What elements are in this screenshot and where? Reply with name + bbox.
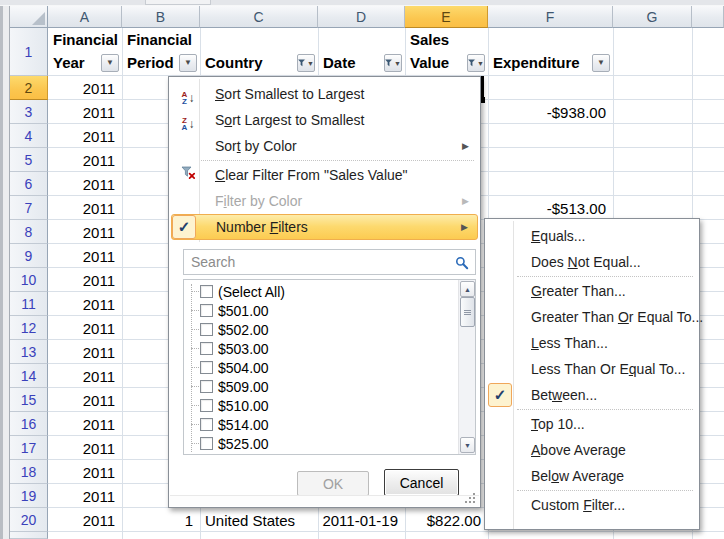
- menu-item-sort-by-color[interactable]: Sort by Color▶: [171, 133, 478, 159]
- row-header-13[interactable]: 13: [10, 340, 48, 364]
- cell-A3[interactable]: 2011: [48, 100, 122, 124]
- cell-C20[interactable]: United States: [200, 508, 318, 532]
- checkbox-select-all[interactable]: [200, 285, 213, 298]
- column-header-partial[interactable]: [692, 6, 724, 28]
- row-header-20[interactable]: 20: [10, 508, 48, 532]
- menu-item-top-10[interactable]: Top 10...: [487, 411, 697, 437]
- menu-item-number-filters[interactable]: Number Filters▶: [171, 214, 478, 240]
- menu-item-clear-filter-from-sales-value[interactable]: Clear Filter From "Sales Value": [171, 162, 478, 188]
- checkbox-525-00[interactable]: [200, 437, 213, 450]
- scroll-up-button[interactable]: ▲: [460, 281, 475, 297]
- cell-A12[interactable]: 2011: [48, 316, 122, 340]
- menu-item-equals[interactable]: Equals...: [487, 223, 697, 249]
- cell-D20[interactable]: 2011-01-19: [318, 508, 405, 532]
- row-header-4[interactable]: 4: [10, 124, 48, 148]
- checkbox-504-00[interactable]: [200, 361, 213, 374]
- filter-arrow-button-expenditure[interactable]: ▼: [592, 54, 610, 72]
- filter-value-item-501-00[interactable]: $501.00: [186, 301, 455, 320]
- menu-item-greater-than-or-equal-to[interactable]: Greater Than Or Equal To...: [487, 304, 697, 330]
- search-input[interactable]: [184, 250, 475, 274]
- menu-item-sort-largest-to-smallest[interactable]: ZA↓Sort Largest to Smallest: [171, 107, 478, 133]
- row-header-17[interactable]: 17: [10, 436, 48, 460]
- row-header-16[interactable]: 16: [10, 412, 48, 436]
- row-header-10[interactable]: 10: [10, 268, 48, 292]
- cell-A2[interactable]: 2011: [48, 76, 122, 100]
- column-header-C[interactable]: C: [200, 6, 318, 28]
- row-header-8[interactable]: 8: [10, 220, 48, 244]
- row-header-3[interactable]: 3: [10, 100, 48, 124]
- cell-A8[interactable]: 2011: [48, 220, 122, 244]
- list-scrollbar[interactable]: ▲ ▼: [458, 280, 475, 454]
- menu-item-less-than-or-equal-to[interactable]: Less Than Or Equal To...: [487, 356, 697, 382]
- row-header-6[interactable]: 6: [10, 172, 48, 196]
- cell-A20[interactable]: 2011: [48, 508, 122, 532]
- cell-A18[interactable]: 2011: [48, 460, 122, 484]
- filter-value-item-503-00[interactable]: $503.00: [186, 339, 455, 358]
- row-header-1[interactable]: 1: [10, 28, 48, 76]
- filter-value-item-514-00[interactable]: $514.00: [186, 415, 455, 434]
- cell-A15[interactable]: 2011: [48, 388, 122, 412]
- checkbox-514-00[interactable]: [200, 418, 213, 431]
- column-header-G[interactable]: G: [613, 6, 692, 28]
- row-header-19[interactable]: 19: [10, 484, 48, 508]
- cancel-button[interactable]: Cancel: [384, 469, 459, 496]
- menu-item-filter-by-color[interactable]: Filter by Color▶: [171, 188, 478, 214]
- cell-A11[interactable]: 2011: [48, 292, 122, 316]
- resize-grip-icon[interactable]: [465, 493, 467, 495]
- cell-A5[interactable]: 2011: [48, 148, 122, 172]
- row-header-12[interactable]: 12: [10, 316, 48, 340]
- cell-A17[interactable]: 2011: [48, 436, 122, 460]
- menu-item-less-than[interactable]: Less Than...: [487, 330, 697, 356]
- cell-A14[interactable]: 2011: [48, 364, 122, 388]
- cell-F3[interactable]: -$938.00: [488, 100, 613, 124]
- filter-funnel-button-date[interactable]: ▼: [384, 54, 402, 72]
- filter-value-item-525-00[interactable]: $525.00: [186, 434, 455, 453]
- cell-B20[interactable]: 1: [122, 508, 200, 532]
- cell-A19[interactable]: 2011: [48, 484, 122, 508]
- filter-arrow-button-period[interactable]: ▼: [179, 54, 197, 72]
- row-header-7[interactable]: 7: [10, 196, 48, 220]
- cell-E20[interactable]: $822.00: [405, 508, 488, 532]
- row-header-5[interactable]: 5: [10, 148, 48, 172]
- checkbox-509-00[interactable]: [200, 380, 213, 393]
- select-all-corner[interactable]: [10, 6, 48, 28]
- cell-A6[interactable]: 2011: [48, 172, 122, 196]
- filter-value-item-select-all[interactable]: (Select All): [186, 282, 455, 301]
- row-header-2[interactable]: 2: [10, 76, 48, 100]
- cell-A10[interactable]: 2011: [48, 268, 122, 292]
- filter-arrow-button-year[interactable]: ▼: [101, 54, 119, 72]
- cell-A13[interactable]: 2011: [48, 340, 122, 364]
- row-header-15[interactable]: 15: [10, 388, 48, 412]
- cell-A4[interactable]: 2011: [48, 124, 122, 148]
- menu-item-greater-than[interactable]: Greater Than...: [487, 278, 697, 304]
- ok-button[interactable]: OK: [297, 471, 369, 496]
- scroll-down-button[interactable]: ▼: [460, 437, 475, 453]
- column-header-E[interactable]: E: [405, 6, 488, 28]
- menu-item-above-average[interactable]: Above Average: [487, 437, 697, 463]
- filter-value-item-510-00[interactable]: $510.00: [186, 396, 455, 415]
- row-header-11[interactable]: 11: [10, 292, 48, 316]
- filter-funnel-button-country[interactable]: ▼: [297, 54, 315, 72]
- column-header-B[interactable]: B: [122, 6, 200, 28]
- cell-F7[interactable]: -$513.00: [488, 196, 613, 220]
- filter-funnel-button-value[interactable]: ▼: [467, 54, 485, 72]
- menu-item-sort-smallest-to-largest[interactable]: AZ↓Sort Smallest to Largest: [171, 81, 478, 107]
- cell-A9[interactable]: 2011: [48, 244, 122, 268]
- menu-item-below-average[interactable]: Below Average: [487, 463, 697, 489]
- checkbox-501-00[interactable]: [200, 304, 213, 317]
- cell-A16[interactable]: 2011: [48, 412, 122, 436]
- filter-value-item-509-00[interactable]: $509.00: [186, 377, 455, 396]
- column-header-D[interactable]: D: [318, 6, 405, 28]
- column-header-A[interactable]: A: [48, 6, 122, 28]
- menu-item-between[interactable]: Between...: [487, 382, 697, 408]
- checkbox-510-00[interactable]: [200, 399, 213, 412]
- filter-value-item-502-00[interactable]: $502.00: [186, 320, 455, 339]
- checkbox-502-00[interactable]: [200, 323, 213, 336]
- checkbox-503-00[interactable]: [200, 342, 213, 355]
- filter-value-item-504-00[interactable]: $504.00: [186, 358, 455, 377]
- row-header-18[interactable]: 18: [10, 460, 48, 484]
- scrollbar-thumb[interactable]: [460, 297, 475, 327]
- row-header-9[interactable]: 9: [10, 244, 48, 268]
- menu-item-custom-filter[interactable]: Custom Filter...: [487, 492, 697, 518]
- cell-A7[interactable]: 2011: [48, 196, 122, 220]
